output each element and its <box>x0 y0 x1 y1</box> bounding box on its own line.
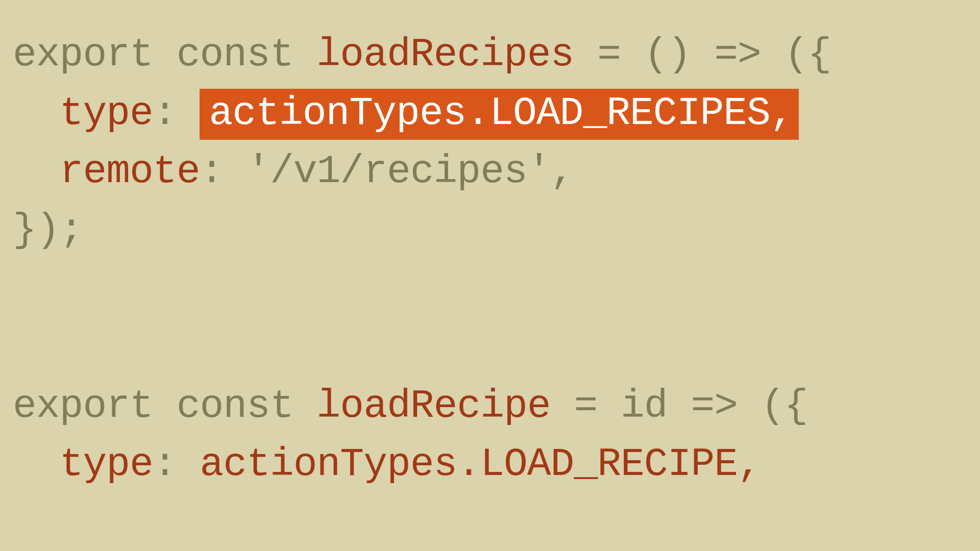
code-line-6: export const loadRecipe = id => ({ <box>13 377 967 436</box>
property-remote: remote <box>60 149 200 194</box>
action-type-value: actionTypes.LOAD_RECIPE, <box>177 442 761 487</box>
property-type: type <box>60 442 153 487</box>
blank-line <box>13 260 967 377</box>
code-line-4: }); <box>13 201 967 260</box>
code-line-1: export const loadRecipes = () => ({ <box>13 26 967 84</box>
function-name: loadRecipes <box>317 32 574 77</box>
keyword-export-const: export const <box>13 384 293 429</box>
arrow-fn: = () => ({ <box>574 32 831 77</box>
property-type: type <box>60 91 153 136</box>
code-line-3: remote: '/v1/recipes', <box>13 142 967 201</box>
string-path: '/v1/recipes' <box>223 149 550 194</box>
code-line-2: type: actionTypes.LOAD_RECIPES, <box>13 84 967 143</box>
highlighted-action-type: actionTypes.LOAD_RECIPES, <box>200 89 798 140</box>
function-name: loadRecipe <box>317 384 551 429</box>
arrow-fn: = id => ({ <box>551 384 808 429</box>
keyword-export-const: export const <box>13 32 293 77</box>
code-block: export const loadRecipes = () => ({ type… <box>13 26 967 494</box>
closing-brace: }); <box>13 208 83 253</box>
code-line-7: type: actionTypes.LOAD_RECIPE, <box>13 435 967 494</box>
